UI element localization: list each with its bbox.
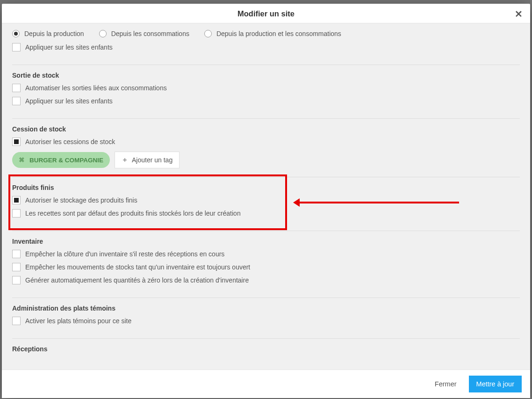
checkbox-icon <box>12 250 21 258</box>
section-receptions: Réceptions <box>12 339 520 370</box>
checkbox-auto-sorties[interactable]: Automatiser les sorties liées aux consom… <box>12 84 520 92</box>
modal-footer: Fermer Mettre à jour <box>2 370 530 398</box>
close-icon[interactable]: ✕ <box>515 9 523 19</box>
checkbox-icon <box>12 317 21 325</box>
checkbox-icon <box>12 263 21 271</box>
section-title-cession: Cession de stock <box>12 125 520 133</box>
radio-icon <box>12 30 20 37</box>
section-title-plats: Administration des plats témoins <box>12 305 520 312</box>
checkbox-label: Automatiser les sorties liées aux consom… <box>25 84 167 92</box>
section-produits-finis: Produits finis Autoriser le stockage des… <box>12 177 520 231</box>
section-cession: Cession de stock Autoriser les cessions … <box>12 119 520 177</box>
checkbox-label: Empêcher les mouvements de stocks tant q… <box>25 263 250 271</box>
radio-label: Depuis la production et les consommation… <box>216 30 341 37</box>
checkbox-icon <box>12 138 21 146</box>
checkbox-label: Appliquer sur les sites enfants <box>25 44 113 51</box>
add-tag-label: Ajouter un tag <box>132 156 173 164</box>
radio-icon <box>99 30 107 37</box>
radio-from-consumptions[interactable]: Depuis les consommations <box>99 30 189 37</box>
section-plats-temoins: Administration des plats témoins Activer… <box>12 298 520 339</box>
update-button[interactable]: Mettre à jour <box>469 376 522 392</box>
section-inventaire: Inventaire Empêcher la clôture d'un inve… <box>12 231 520 298</box>
checkbox-block-stock-moves[interactable]: Empêcher les mouvements de stocks tant q… <box>12 263 520 271</box>
radio-from-production[interactable]: Depuis la production <box>12 30 84 37</box>
edit-site-modal: Modifier un site ✕ Origine des sorties d… <box>2 4 530 398</box>
checkbox-icon <box>12 43 21 51</box>
radio-label: Depuis les consommations <box>111 30 189 37</box>
close-button[interactable]: Fermer <box>430 377 461 392</box>
add-tag-button[interactable]: ＋ Ajouter un tag <box>115 152 180 168</box>
section-title-inventaire: Inventaire <box>12 238 520 245</box>
tag-chip[interactable]: ✖ BURGER & COMPAGNIE <box>12 152 110 168</box>
checkbox-sortie-apply-children[interactable]: Appliquer sur les sites enfants <box>12 97 520 105</box>
checkbox-block-close-inventory[interactable]: Empêcher la clôture d'un inventaire s'il… <box>12 250 520 258</box>
modal-header: Modifier un site ✕ <box>2 4 530 23</box>
checkbox-allow-storage-produits[interactable]: Autoriser le stockage des produits finis <box>12 196 520 204</box>
section-sortie: Sortie de stock Automatiser les sorties … <box>12 65 520 119</box>
remove-tag-icon[interactable]: ✖ <box>19 156 25 164</box>
section-origin: Origine des sorties de stock Depuis la p… <box>12 23 520 65</box>
checkbox-icon <box>12 97 21 105</box>
section-title-produits: Produits finis <box>12 184 520 191</box>
modal-title: Modifier un site <box>9 9 523 18</box>
checkbox-icon <box>12 196 21 204</box>
checkbox-icon <box>12 84 21 92</box>
tag-label: BURGER & COMPAGNIE <box>29 157 103 164</box>
checkbox-activate-plats-temoins[interactable]: Activer les plats témoins pour ce site <box>12 317 520 325</box>
checkbox-label: Les recettes sont par défaut des produit… <box>25 210 241 217</box>
checkbox-label: Empêcher la clôture d'un inventaire s'il… <box>25 250 224 258</box>
checkbox-origin-apply-children[interactable]: Appliquer sur les sites enfants <box>12 43 520 51</box>
checkbox-label: Autoriser le stockage des produits finis <box>25 196 137 204</box>
modal-body[interactable]: Origine des sorties de stock Depuis la p… <box>2 23 530 370</box>
radio-icon <box>204 30 212 37</box>
radio-label: Depuis la production <box>24 30 84 37</box>
origin-radio-group: Depuis la production Depuis les consomma… <box>12 30 520 37</box>
tag-row: ✖ BURGER & COMPAGNIE ＋ Ajouter un tag <box>12 152 520 168</box>
checkbox-label: Appliquer sur les sites enfants <box>25 97 113 105</box>
checkbox-icon <box>12 276 21 284</box>
section-title-receptions: Réceptions <box>12 345 520 353</box>
checkbox-default-recipes-stored[interactable]: Les recettes sont par défaut des produit… <box>12 209 520 218</box>
section-title-sortie: Sortie de stock <box>12 72 520 79</box>
checkbox-label: Autoriser les cessions de stock <box>25 138 115 145</box>
checkbox-label: Activer les plats témoins pour ce site <box>25 317 131 325</box>
radio-from-both[interactable]: Depuis la production et les consommation… <box>204 30 341 37</box>
plus-icon: ＋ <box>122 156 128 164</box>
checkbox-icon <box>12 209 21 218</box>
section-title-origin: Origine des sorties de stock <box>12 23 520 25</box>
checkbox-label: Générer automatiquement les quantités à … <box>25 276 249 284</box>
checkbox-gen-zero-quantities[interactable]: Générer automatiquement les quantités à … <box>12 276 520 284</box>
checkbox-allow-cessions[interactable]: Autoriser les cessions de stock <box>12 138 520 146</box>
